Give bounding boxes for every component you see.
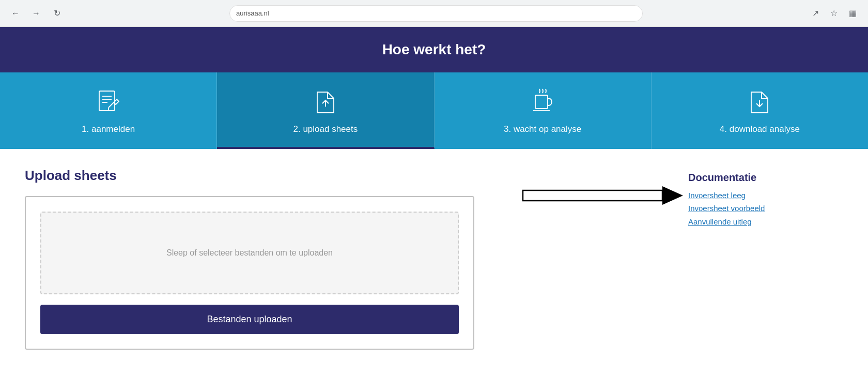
download-icon: [744, 87, 775, 118]
step-1-label: 1. aanmelden: [82, 124, 135, 134]
address-bar[interactable]: aurisaaa.nl: [229, 5, 643, 22]
forward-button[interactable]: →: [29, 6, 43, 21]
step-3[interactable]: 3. wacht op analyse: [435, 72, 652, 149]
svg-line-4: [109, 102, 114, 108]
documentation-title: Documentatie: [688, 172, 843, 184]
extensions-button[interactable]: ▦: [845, 6, 860, 21]
register-icon: [93, 87, 124, 118]
reload-button[interactable]: ↻: [50, 6, 64, 21]
upload-icon: [310, 87, 341, 118]
upload-box: Sleep of selecteer bestanden om te uploa…: [25, 196, 474, 350]
drop-zone-text: Sleep of selecteer bestanden om te uploa…: [166, 248, 333, 258]
svg-rect-11: [523, 190, 662, 201]
browser-chrome: ← → ↻ aurisaaa.nl ↗ ☆ ▦: [0, 0, 868, 27]
doc-links-container: Invoersheet leeg Invoersheet voorbeeld A…: [688, 191, 843, 227]
step-2[interactable]: 2. upload sheets: [217, 72, 434, 149]
arrow-annotation: [521, 184, 686, 207]
share-button[interactable]: ↗: [808, 6, 823, 21]
bookmark-button[interactable]: ☆: [827, 6, 841, 21]
page-header: Hoe werkt het?: [0, 27, 868, 72]
step-1[interactable]: 1. aanmelden: [0, 72, 217, 149]
main-content: Upload sheets Sleep of selecteer bestand…: [0, 149, 868, 368]
page-title: Hoe werkt het?: [0, 41, 868, 58]
step-4[interactable]: 4. download analyse: [652, 72, 868, 149]
step-2-label: 2. upload sheets: [293, 124, 358, 134]
browser-right-icons: ↗ ☆ ▦: [808, 6, 860, 21]
documentation-section: Documentatie Invoersheet leeg Invoershee…: [688, 168, 843, 227]
svg-rect-8: [535, 95, 548, 109]
invoersheet-voorbeeld-link[interactable]: Invoersheet voorbeeld: [688, 204, 765, 213]
upload-button[interactable]: Bestanden uploaden: [40, 305, 459, 334]
svg-marker-12: [662, 186, 683, 205]
svg-rect-0: [99, 91, 115, 111]
steps-bar: 1. aanmelden 2. upload sheets: [0, 72, 868, 149]
wait-icon: [527, 87, 558, 118]
step-3-label: 3. wacht op analyse: [504, 124, 581, 134]
aanvullende-uitleg-link[interactable]: Aanvullende uitleg: [688, 217, 752, 226]
step-4-label: 4. download analyse: [720, 124, 800, 134]
drop-zone[interactable]: Sleep of selecteer bestanden om te uploa…: [40, 212, 459, 294]
back-button[interactable]: ←: [8, 6, 23, 21]
invoersheet-leeg-link[interactable]: Invoersheet leeg: [688, 191, 746, 200]
upload-title: Upload sheets: [25, 168, 663, 184]
url-text: aurisaaa.nl: [236, 9, 269, 17]
